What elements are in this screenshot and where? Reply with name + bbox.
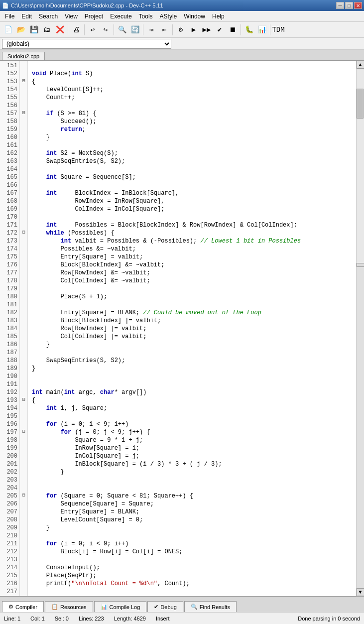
debug-button[interactable]: 🐛 xyxy=(243,24,255,36)
menu-tools[interactable]: Tools xyxy=(136,12,156,21)
dropdown-bar: (globals) xyxy=(0,38,364,50)
code-line-207: Entry[Square] = BLANK; xyxy=(28,508,356,516)
sep2 xyxy=(84,24,85,35)
btab-resources[interactable]: 📋 Resources xyxy=(45,601,93,612)
code-line-193: { xyxy=(28,396,356,404)
fold-column: ⊟ ⊟ ⊟ xyxy=(20,61,28,596)
code-line-171: int Possibles = Block[BlockIndex] & Row[… xyxy=(28,221,356,229)
btab-debug-label: Debug xyxy=(160,604,176,610)
code-line-158: Succeed(); xyxy=(28,118,356,125)
print-button[interactable]: 🖨 xyxy=(70,24,82,36)
code-line-195 xyxy=(28,412,356,420)
sep5 xyxy=(172,24,173,35)
save-all-button[interactable]: 🗂 xyxy=(41,24,53,36)
scope-dropdown[interactable]: (globals) xyxy=(2,39,171,49)
status-line: Line: 1 xyxy=(4,616,20,622)
code-line-187 xyxy=(28,349,356,357)
compile-run-button[interactable]: ▶▶ xyxy=(201,24,213,36)
find-button[interactable]: 🔍 xyxy=(116,24,128,36)
scroll-track[interactable] xyxy=(357,69,364,263)
code-line-154: LevelCount[S]++; xyxy=(28,86,356,94)
code-line-199: InRow[Square] = i; xyxy=(28,444,356,452)
menu-view[interactable]: View xyxy=(62,12,81,21)
tab-bar: Sudoku2.cpp xyxy=(0,50,364,61)
code-line-164 xyxy=(28,165,356,173)
sep1 xyxy=(68,24,68,35)
status-bar: Line: 1 Col: 1 Sel: 0 Lines: 223 Length:… xyxy=(0,612,364,624)
code-line-172: while (Possibles) { xyxy=(28,229,356,237)
code-line-186: } xyxy=(28,341,356,349)
sep4 xyxy=(143,24,143,35)
code-line-200: InCol[Square] = j; xyxy=(28,452,356,460)
code-line-176: Block[BlockIndex] &= ~valbit; xyxy=(28,261,356,269)
btab-compile-log-label: Compile Log xyxy=(110,604,140,610)
undo-button[interactable]: ↩ xyxy=(87,24,99,36)
replace-button[interactable]: 🔄 xyxy=(129,24,141,36)
code-line-182: Entry[Square] = BLANK; // Could be moved… xyxy=(28,309,356,317)
menu-file[interactable]: File xyxy=(2,12,17,21)
btab-find-results-label: Find Results xyxy=(200,604,230,610)
run-button[interactable]: ▶ xyxy=(188,24,200,36)
code-line-151 xyxy=(28,62,356,70)
btab-find-results[interactable]: 🔍 Find Results xyxy=(184,601,237,612)
code-line-184: Row[RowIndex] |= valbit; xyxy=(28,325,356,333)
code-line-168: RowIndex = InRow[Square], xyxy=(28,197,356,205)
btab-debug[interactable]: ✔ Debug xyxy=(147,601,183,612)
menu-window[interactable]: Window xyxy=(181,12,208,21)
vertical-scrollbar[interactable]: ▲ ▼ xyxy=(356,61,364,596)
scroll-track-bottom[interactable] xyxy=(357,267,364,588)
code-line-190 xyxy=(28,373,356,380)
close-button[interactable]: ✕ xyxy=(354,2,362,9)
close-file-button[interactable]: ❌ xyxy=(54,24,66,36)
open-button[interactable]: 📂 xyxy=(15,24,27,36)
compile-button[interactable]: ⚙ xyxy=(175,24,187,36)
scroll-down-button[interactable]: ▼ xyxy=(357,588,364,596)
code-line-191 xyxy=(28,380,356,388)
indent-button[interactable]: ⇥ xyxy=(145,24,157,36)
graph-button[interactable]: 📊 xyxy=(256,24,268,36)
sep7 xyxy=(270,24,270,35)
unindent-button[interactable]: ⇤ xyxy=(158,24,170,36)
code-container: 151 152 153 154 155 156 157 158 159 160 … xyxy=(0,61,364,596)
tdm-button[interactable]: TDM xyxy=(272,24,284,36)
code-line-166 xyxy=(28,181,356,189)
code-line-155: Count++; xyxy=(28,94,356,102)
code-line-188: SwapSeqEntries(S, S2); xyxy=(28,357,356,365)
title-bar-buttons[interactable]: ─ □ ✕ xyxy=(336,2,362,9)
code-line-202: } xyxy=(28,468,356,476)
sep6 xyxy=(241,24,241,35)
code-content[interactable]: void Place(int S) { LevelCount[S]++; Cou… xyxy=(28,61,356,596)
btab-compiler[interactable]: ⚙ Compiler xyxy=(2,601,44,612)
code-line-197: for (j = 0; j < 9; j++) { xyxy=(28,428,356,436)
maximize-button[interactable]: □ xyxy=(345,2,353,9)
btab-compile-log[interactable]: 📊 Compile Log xyxy=(94,601,147,612)
scroll-up-button[interactable]: ▲ xyxy=(357,61,364,69)
bottom-tabs: ⚙ Compiler 📋 Resources 📊 Compile Log ✔ D… xyxy=(0,596,364,612)
tab-sudoku2[interactable]: Sudoku2.cpp xyxy=(2,52,45,60)
window-title: C:\Users\pmolh\Documents\CPP\Sudoku2.cpp… xyxy=(11,2,163,8)
sep3 xyxy=(114,24,114,35)
code-line-192: int main(int argc, char* argv[]) xyxy=(28,388,356,396)
code-line-211: for (i = 0; i < 9; i++) xyxy=(28,540,356,548)
code-line-185: Col[ColIndex] |= valbit; xyxy=(28,333,356,341)
code-line-167: int BlockIndex = InBlock[Square], xyxy=(28,189,356,197)
menu-execute[interactable]: Execute xyxy=(107,12,134,21)
check-button[interactable]: ✔ xyxy=(214,24,226,36)
code-line-159: return; xyxy=(28,125,356,133)
save-button[interactable]: 💾 xyxy=(28,24,40,36)
code-line-156 xyxy=(28,102,356,110)
menu-help[interactable]: Help xyxy=(209,12,228,21)
code-line-218: return 0; xyxy=(28,596,356,596)
menu-project[interactable]: Project xyxy=(82,12,106,21)
menu-edit[interactable]: Edit xyxy=(18,12,35,21)
redo-button[interactable]: ↪ xyxy=(100,24,112,36)
menu-astyle[interactable]: AStyle xyxy=(157,12,180,21)
menu-search[interactable]: Search xyxy=(36,12,61,21)
scroll-thumb[interactable] xyxy=(357,89,364,119)
status-lines: Lines: 223 xyxy=(79,616,104,622)
minimize-button[interactable]: ─ xyxy=(336,2,344,9)
menu-bar: File Edit Search View Project Execute To… xyxy=(0,11,364,22)
stop-button[interactable]: ⏹ xyxy=(227,24,239,36)
new-button[interactable]: 📄 xyxy=(2,24,14,36)
code-line-152: void Place(int S) xyxy=(28,70,356,78)
